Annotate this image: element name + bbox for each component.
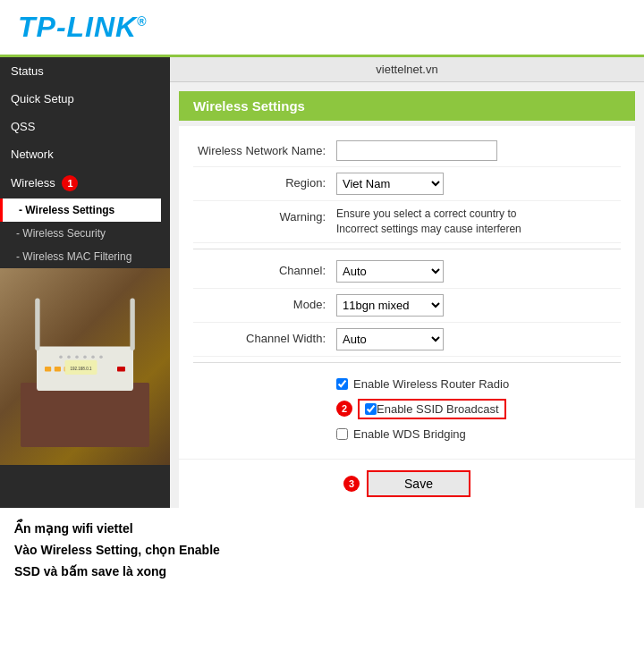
form-row-ssid: Wireless Network Name: [193,135,621,167]
sidebar: Status Quick Setup QSS Network Wireless … [0,57,170,508]
checkboxes-area: Enable Wireless Router Radio 2 Enable SS… [193,368,621,450]
label-warning: Warning: [193,207,336,224]
bottom-line3-bold: SSD và bấm save là xong [14,564,166,578]
sidebar-item-network[interactable]: Network [0,140,161,168]
router-illustration: 192.168.0.1 [13,286,157,447]
svg-rect-3 [130,299,134,351]
ssid-badge: 2 [336,401,352,417]
checkbox-row-wds: Enable WDS Bridging [336,424,621,444]
wireless-badge: 1 [62,175,78,191]
header: TP-LINK® [0,0,644,57]
region-select[interactable]: Viet Nam [336,173,444,195]
svg-point-13 [91,355,95,359]
content-area: viettelnet.vn Wireless Settings Wireless… [170,57,644,508]
svg-rect-4 [45,367,51,371]
svg-point-12 [83,355,87,359]
svg-point-11 [75,355,79,359]
ssid-broadcast-highlight: Enable SSID Broadcast [358,399,506,419]
form-row-region: Region: Viet Nam [193,167,621,201]
form-row-channel: Channel: Auto [193,255,621,289]
logo-text: TP-LINK® [18,11,148,43]
checkbox-row-wireless-radio: Enable Wireless Router Radio [336,374,621,394]
label-wds-bridging: Enable WDS Bridging [353,427,466,441]
warning-text-area: Ensure you select a correct country toIn… [336,207,621,237]
sidebar-item-wireless-settings[interactable]: - Wireless Settings [0,198,161,222]
form-row-mode: Mode: 11bgn mixed [193,289,621,323]
main-container: Status Quick Setup QSS Network Wireless … [0,57,644,508]
sidebar-item-status[interactable]: Status [0,57,161,85]
bottom-line1: Ẩn mạng wifi viettel [14,519,630,538]
bottom-line1-bold: Ẩn mạng wifi viettel [14,521,133,536]
svg-point-10 [67,355,71,359]
logo-sup: ® [137,14,147,29]
sidebar-content: Status Quick Setup QSS Network Wireless … [0,57,161,268]
router-image-area: 192.168.0.1 [0,268,170,465]
divider2 [193,362,621,363]
checkbox-ssid-broadcast[interactable] [365,403,377,415]
svg-point-9 [59,355,63,359]
svg-text:192.168.0.1: 192.168.0.1 [71,367,92,371]
label-channel-width: Channel Width: [193,328,336,345]
sidebar-item-qss[interactable]: QSS [0,113,161,140]
ssid-input[interactable] [336,140,497,161]
divider [193,249,621,249]
label-channel: Channel: [193,260,336,277]
sidebar-item-wireless-mac-filtering[interactable]: - Wireless MAC Filtering [0,245,161,268]
url-text: viettelnet.vn [376,63,437,76]
svg-point-14 [99,355,103,359]
router-image: 192.168.0.1 [0,268,170,465]
save-button-wrapper: 3 Save [343,470,470,497]
save-badge: 3 [343,476,360,492]
warning-text: Ensure you select a correct country toIn… [336,207,605,237]
bottom-text-area: Ẩn mạng wifi viettel Vào Wireless Settin… [0,508,644,595]
bottom-line2: Vào Wireless Setting, chọn Enable [14,540,630,560]
mode-select[interactable]: 11bgn mixed [336,294,444,317]
sidebar-item-quick-setup[interactable]: Quick Setup [0,85,161,113]
bottom-line2-bold: Vào Wireless Setting, chọn Enable [14,543,220,557]
sidebar-item-wireless[interactable]: Wireless 1 [0,168,161,198]
region-select-area: Viet Nam [336,173,621,195]
bottom-line3: SSD và bấm save là xong [14,561,630,581]
label-ssid-broadcast: Enable SSID Broadcast [377,402,499,416]
svg-rect-5 [55,367,61,371]
form-row-channel-width: Channel Width: Auto [193,323,621,357]
label-ssid: Wireless Network Name: [193,140,336,157]
channel-select[interactable]: Auto [336,260,444,283]
checkbox-wireless-radio[interactable] [336,378,348,390]
channel-width-select-area: Auto [336,328,621,350]
tp-link-logo: TP-LINK® [18,11,626,44]
svg-rect-0 [21,383,149,447]
ssid-input-area [336,140,621,161]
section-title: Wireless Settings [179,91,635,121]
form-area: Wireless Network Name: Region: Viet Nam [179,126,635,459]
checkbox-row-ssid-broadcast-wrapper: 2 Enable SSID Broadcast [336,397,621,421]
label-mode: Mode: [193,294,336,311]
label-wireless-radio: Enable Wireless Router Radio [353,377,509,391]
save-area: 3 Save [179,459,635,508]
channel-select-area: Auto [336,260,621,283]
mode-select-area: 11bgn mixed [336,294,621,317]
form-row-warning: Warning: Ensure you select a correct cou… [193,201,621,243]
save-button[interactable]: Save [367,470,470,497]
svg-rect-8 [117,367,125,371]
svg-rect-2 [35,299,39,351]
sidebar-item-wireless-security[interactable]: - Wireless Security [0,222,161,245]
checkbox-wds-bridging[interactable] [336,428,348,440]
channel-width-select[interactable]: Auto [336,328,444,350]
label-region: Region: [193,173,336,190]
url-bar: viettelnet.vn [170,57,644,82]
